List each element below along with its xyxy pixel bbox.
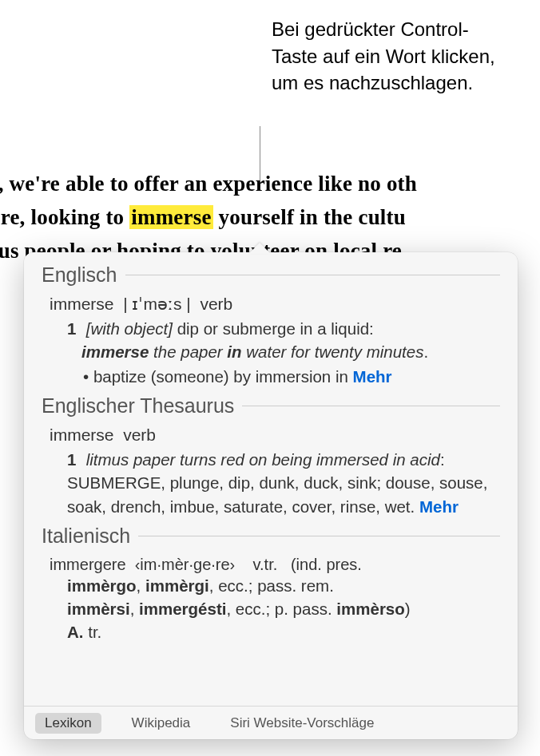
thesaurus-lead-synonym: SUBMERGE [67,473,161,492]
italian-pos: v.tr. [253,556,278,573]
english-headword: immerse [50,295,114,313]
english-example-end: . [423,342,428,361]
english-def-num: 1 [67,317,81,340]
italian-forms-a: (ind. pres. [291,556,362,573]
callout-annotation: Bei gedrückter Control-Taste auf ein Wor… [272,16,511,97]
popover-scroll-content[interactable]: Englisch immerse | ɪˈməːs | verb 1 [with… [24,252,518,706]
thesaurus-definition: 1 litmus paper turns red on being immers… [67,448,500,517]
thesaurus-sentence: litmus paper turns red on being immersed… [86,450,440,469]
italian-form-f: immèrso [336,600,404,618]
bg-line2a: dventure, looking to [0,205,129,229]
highlighted-word[interactable]: immerse [129,205,212,229]
english-sub-text: baptize (someone) by immersion in [93,367,348,386]
english-more-link[interactable]: Mehr [353,367,392,386]
lookup-popover: Englisch immerse | ɪˈməːs | verb 1 [with… [24,252,518,739]
section-title-italian: Italienisch [42,524,500,548]
section-title-italian-label: Italienisch [42,524,130,548]
italian-forms-end: ) [405,600,411,618]
english-entry-head: immerse | ɪˈməːs | verb [50,295,500,314]
popover-tab-bar: Lexikon Wikipedia Siri Website-Vorschläg… [24,706,518,739]
english-example-word1: immerse [81,342,149,361]
italian-syllables: ‹im·mèr·ge·re› [135,556,236,573]
tab-siri-suggestions[interactable]: Siri Website-Vorschläge [220,713,383,734]
english-qualifier: [with object] [86,319,173,338]
thesaurus-headword: immerse [50,425,114,444]
section-title-thesaurus-label: Englischer Thesaurus [42,394,234,418]
english-def-text: dip or submerge in a liquid: [177,319,374,338]
bg-line1: ckages, we're able to offer an experienc… [0,172,417,196]
thesaurus-more-link[interactable]: Mehr [419,497,459,516]
italian-headword: immergere [50,556,126,573]
english-pos: verb [200,295,232,313]
tab-wikipedia[interactable]: Wikipedia [122,713,201,734]
section-title-english-label: Englisch [42,263,117,287]
english-subdefinition: baptize (someone) by immersion in Mehr [83,365,500,388]
tab-lexikon[interactable]: Lexikon [35,713,101,734]
italian-form-b2: immèrgi [145,576,209,595]
italian-form-d2: immergésti [139,600,226,618]
italian-entry-head: immergere ‹im·mèr·ge·re› v.tr. (ind. pre… [50,556,500,574]
english-example-word2: in [227,342,241,361]
italian-sense-label: A. [67,623,84,641]
thesaurus-def-num: 1 [67,448,81,471]
thesaurus-pos: verb [123,425,156,444]
section-title-thesaurus: Englischer Thesaurus [42,394,500,418]
thesaurus-entry-head: immerse verb [50,425,500,445]
italian-forms-e: ecc.; p. pass. [236,600,332,618]
italian-forms: immèrgo, immèrgi, ecc.; pass. rem. immèr… [67,574,500,643]
italian-form-b1: immèrgo [67,576,137,595]
italian-sense-pos: tr. [88,623,101,641]
english-example-mid: the paper [149,342,227,361]
italian-forms-c: ecc.; pass. rem. [218,576,334,595]
english-pronunciation: | ɪˈməːs | [123,295,191,313]
english-definition: 1 [with object] dip or submerge in a liq… [67,317,500,388]
bg-line2b: yourself in the cultu [213,205,406,229]
italian-form-d1: immèrsi [67,600,130,618]
section-title-english: Englisch [42,263,500,287]
english-example-post: water for twenty minutes [242,342,424,361]
